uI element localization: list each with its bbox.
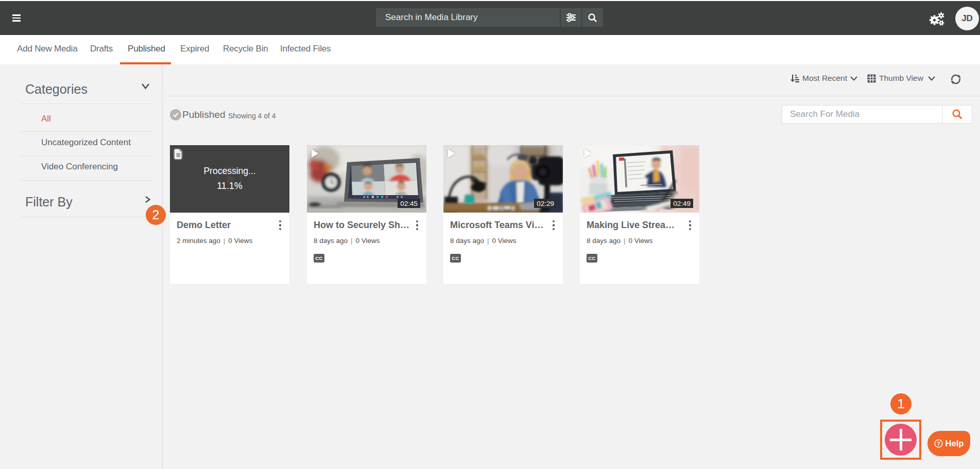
svg-text:?: ? [937,441,940,447]
